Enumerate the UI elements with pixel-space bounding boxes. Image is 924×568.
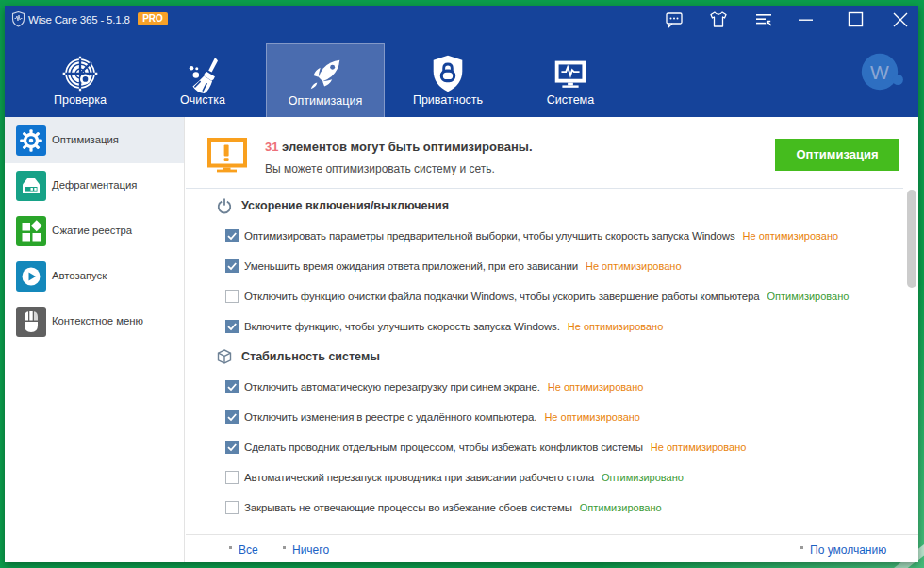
svg-text:W: W [870, 61, 889, 83]
